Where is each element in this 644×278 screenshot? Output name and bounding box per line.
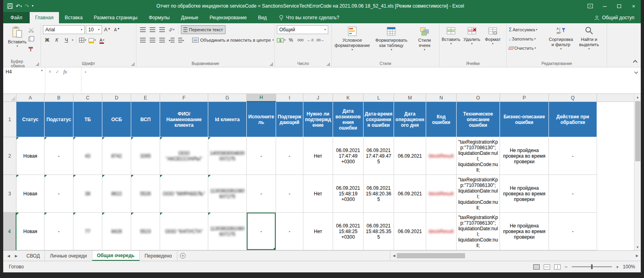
- header-cell-E1[interactable]: ВСП: [131, 102, 160, 137]
- fill-button[interactable]: ↓Заполнить▾: [509, 36, 546, 42]
- font-size-select[interactable]: 10▾: [86, 25, 102, 34]
- insert-function-button[interactable]: fx: [63, 69, 67, 75]
- zoom-slider-thumb[interactable]: [591, 264, 593, 269]
- orientation-button[interactable]: ab▾: [167, 26, 176, 34]
- decrease-indent-button[interactable]: ◂: [167, 36, 176, 45]
- column-header-P[interactable]: P: [500, 94, 549, 102]
- vertical-scroll-thumb[interactable]: [635, 101, 640, 161]
- cell-B3[interactable]: -: [45, 175, 73, 213]
- horizontal-scroll-thumb[interactable]: [397, 253, 465, 258]
- column-header-C[interactable]: C: [73, 94, 102, 102]
- sheet-tab-Личные очереди[interactable]: Личные очереди: [45, 251, 92, 261]
- cell-C4[interactable]: 77: [73, 213, 102, 250]
- header-cell-P1[interactable]: Бизнес-описание ошибки: [500, 102, 549, 137]
- header-cell-D1[interactable]: ОСБ: [102, 102, 131, 137]
- cell-L3[interactable]: 06.09.2021 15:48:20.365: [364, 175, 394, 213]
- cell-H3[interactable]: -: [247, 175, 276, 213]
- cell-Q2[interactable]: -: [549, 137, 597, 175]
- copy-button[interactable]: ▾: [28, 36, 35, 42]
- cell-Q4[interactable]: -: [549, 213, 597, 250]
- cell-I3[interactable]: -: [276, 175, 303, 213]
- find-select-button[interactable]: Найти и выделить ▾: [575, 24, 603, 60]
- merge-center-button[interactable]: Объединить и поместить в центре ▾: [190, 36, 276, 45]
- cell-D4[interactable]: 8426: [102, 213, 131, 250]
- cancel-formula-button[interactable]: ×: [49, 69, 51, 75]
- sheet-nav-right-icon[interactable]: ▶: [15, 254, 18, 258]
- select-all-corner[interactable]: [3, 94, 16, 102]
- redo-button[interactable]: ↷: [24, 4, 29, 9]
- cell-D3[interactable]: 8622: [102, 175, 131, 213]
- column-header-J[interactable]: J: [303, 94, 333, 102]
- cell-I2[interactable]: -: [276, 137, 303, 175]
- align-center-button[interactable]: [148, 36, 156, 45]
- header-cell-O1[interactable]: Техническое описание ошибки: [457, 102, 500, 137]
- cell-N2[interactable]: blockResult: [426, 137, 457, 175]
- cell-L2[interactable]: 06.09.2021 17:47:49.475: [364, 137, 394, 175]
- cell-P4[interactable]: Не пройдена проверка во время проверки: [500, 213, 549, 250]
- cell-A4[interactable]: Новая: [16, 213, 45, 250]
- header-cell-Q1[interactable]: Действие при обработке: [549, 102, 597, 137]
- cell-I4[interactable]: -: [276, 213, 303, 250]
- cell-M2[interactable]: 06.09.2021: [394, 137, 426, 175]
- ribbon-tab-Рецензирование[interactable]: Рецензирование: [204, 12, 252, 23]
- increase-font-size-button[interactable]: А▲: [103, 26, 112, 34]
- align-bottom-button[interactable]: [158, 26, 166, 34]
- cut-button[interactable]: [28, 27, 35, 33]
- cell-A2[interactable]: Новая: [16, 137, 45, 175]
- cell-B2[interactable]: -: [45, 137, 73, 175]
- cell-M4[interactable]: 06.09.2021: [394, 213, 426, 250]
- cell-D2[interactable]: 8742: [102, 137, 131, 175]
- sheet-tab-Общая очередь[interactable]: Общая очередь: [92, 251, 140, 261]
- align-right-button[interactable]: [158, 36, 166, 45]
- autosum-button[interactable]: ΣАвтосумма▾: [509, 26, 546, 33]
- cell-P3[interactable]: Не пройдена проверка во время проверки: [500, 175, 549, 213]
- cell-K3[interactable]: 06.09.2021 15:48:19 +0300: [333, 175, 364, 213]
- clipboard-dialog-launcher[interactable]: [36, 63, 39, 66]
- minimize-button[interactable]: ─: [597, 0, 612, 12]
- insert-cells-button[interactable]: Вставить ▾: [441, 24, 461, 60]
- ribbon-tab-file[interactable]: Файл: [3, 12, 30, 23]
- align-top-button[interactable]: [138, 26, 147, 34]
- cell-K2[interactable]: 06.09.2021 17:47:49 +0300: [333, 137, 364, 175]
- enter-formula-button[interactable]: ✓: [55, 69, 59, 75]
- cell-M3[interactable]: 06.09.2021: [394, 175, 426, 213]
- formula-input[interactable]: -: [81, 67, 631, 93]
- column-header-N[interactable]: N: [426, 94, 457, 102]
- clear-button[interactable]: Очистить▾: [509, 45, 546, 51]
- tell-me-box[interactable]: Что вы хотите сделать?: [279, 12, 339, 23]
- header-cell-F1[interactable]: ФИО/Наименование клиента: [160, 102, 208, 137]
- cell-E2[interactable]: 3265: [131, 137, 160, 175]
- column-header-K[interactable]: K: [333, 94, 364, 102]
- header-cell-L1[interactable]: Дата-время сохранения ошибки: [364, 102, 394, 137]
- ribbon-tab-Разметка страницы[interactable]: Разметка страницы: [88, 12, 143, 23]
- column-header-F[interactable]: F: [160, 94, 208, 102]
- horizontal-scrollbar[interactable]: ◀ ▶: [390, 251, 641, 261]
- ribbon-tab-Главная[interactable]: Главная: [30, 12, 59, 23]
- cell-G3[interactable]: 1130363391080607275: [208, 175, 247, 213]
- increase-indent-button[interactable]: ▸: [177, 36, 185, 45]
- header-cell-B1[interactable]: Подстатус: [45, 102, 73, 137]
- page-break-preview-button[interactable]: [554, 264, 561, 270]
- format-painter-button[interactable]: [28, 45, 35, 51]
- sort-filter-button[interactable]: АЯ Сортировка и фильтр ▾: [546, 24, 575, 60]
- cell-J2[interactable]: Нет: [303, 137, 333, 175]
- italic-button[interactable]: К: [53, 36, 61, 45]
- font-name-select[interactable]: Arial▾: [43, 25, 85, 34]
- save-icon[interactable]: [7, 3, 13, 9]
- customize-qat-button[interactable]: ▾: [32, 4, 33, 8]
- header-cell-K1[interactable]: Дата возникновения ошибки: [333, 102, 364, 137]
- zoom-in-button[interactable]: +: [616, 264, 619, 270]
- sheet-nav-left-icon[interactable]: ◀: [7, 254, 10, 258]
- cell-H4[interactable]: -: [247, 213, 276, 250]
- format-as-table-button[interactable]: Форматировать как таблицу ▾: [372, 24, 412, 60]
- undo-button[interactable]: ↶▾: [16, 4, 22, 9]
- bold-button[interactable]: Ж: [43, 36, 51, 45]
- cell-G2[interactable]: 1400363004830007275: [208, 137, 247, 175]
- number-dialog-launcher[interactable]: [327, 63, 330, 66]
- zoom-out-button[interactable]: −: [565, 264, 568, 270]
- wrap-text-button[interactable]: Перенести текст: [181, 25, 226, 34]
- cell-J4[interactable]: Нет: [303, 213, 333, 250]
- column-header-L[interactable]: L: [364, 94, 394, 102]
- decrease-font-size-button[interactable]: А▼: [113, 26, 121, 34]
- formula-bar-expand-toggle[interactable]: [631, 67, 641, 93]
